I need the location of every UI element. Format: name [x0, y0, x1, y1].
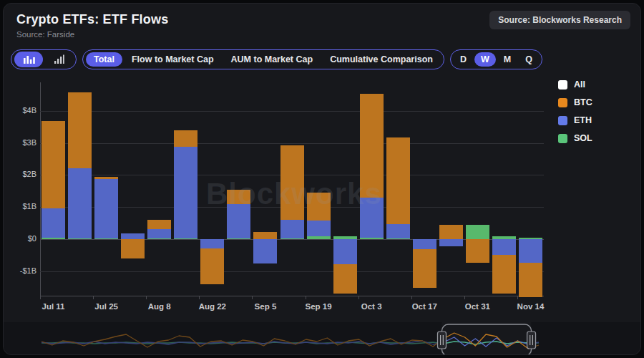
bar-segment-btc-aug-15	[174, 130, 197, 147]
bar-segment-eth-oct-3	[360, 198, 384, 238]
bar-segment-sol-oct-3	[360, 238, 384, 239]
bar-segment-eth-aug-8	[147, 229, 171, 238]
bar-segment-sol-jul-18	[68, 238, 92, 239]
x-axis-tick	[146, 296, 147, 299]
bar-segment-eth-aug-1	[121, 233, 145, 239]
bar-segment-eth-jul-18	[68, 168, 92, 238]
legend-item-all[interactable]: All	[558, 79, 592, 90]
x-axis-line	[40, 296, 544, 296]
bar-segment-eth-sep-5	[253, 239, 277, 263]
x-axis-label: Jul 11	[42, 302, 65, 311]
gridline-$4B	[40, 111, 544, 112]
legend-label-sol: SOL	[574, 133, 592, 143]
bar-segment-sol-sep-19	[307, 236, 331, 239]
bar-segment-btc-aug-1	[121, 239, 145, 258]
bar-segment-eth-oct-10	[386, 224, 410, 238]
bar-segment-btc-sep-12	[280, 145, 304, 219]
legend-swatch-eth	[558, 116, 567, 125]
bar-segment-sol-aug-8	[147, 238, 171, 239]
x-axis-tick	[358, 296, 359, 299]
y-axis-label: $3B	[4, 138, 36, 147]
x-axis-label: Jul 25	[94, 302, 118, 311]
y-axis-label: $1B	[4, 202, 36, 211]
bar-segment-btc-nov-7	[492, 255, 516, 294]
bar-segment-btc-oct-31	[466, 239, 489, 263]
x-axis-tick	[464, 296, 465, 299]
x-axis-label: Sep 5	[255, 302, 277, 311]
bar-segment-btc-jul-11	[42, 121, 65, 208]
x-axis-tick	[306, 296, 306, 299]
bar-segment-eth-aug-29	[227, 204, 250, 238]
bar-segment-eth-oct-17	[413, 239, 436, 249]
navigator-dim-left	[4, 322, 441, 355]
bar-segment-btc-sep-19	[307, 193, 331, 221]
y-axis-label: $2B	[4, 170, 36, 178]
x-axis-label: Oct 3	[361, 302, 382, 311]
legend-label-all: All	[574, 79, 585, 90]
x-axis-label: Sep 19	[306, 302, 332, 311]
bar-segment-eth-sep-19	[307, 221, 331, 236]
y-axis-line	[40, 82, 41, 296]
legend-item-eth[interactable]: ETH	[558, 115, 592, 125]
bar-segment-eth-sep-12	[280, 220, 304, 238]
bar-segment-btc-oct-3	[360, 94, 384, 198]
brush-window[interactable]	[441, 324, 531, 355]
gridline--$1B	[40, 271, 544, 272]
bar-segment-btc-aug-29	[227, 190, 250, 205]
x-axis-tick	[40, 296, 41, 299]
bar-segment-eth-nov-7	[492, 239, 516, 255]
bar-segment-eth-jul-25	[94, 179, 118, 238]
y-axis-label: $4B	[4, 106, 36, 115]
bar-segment-sol-aug-15	[174, 238, 197, 239]
legend-swatch-sol	[558, 134, 567, 143]
bar-segment-sol-sep-12	[280, 238, 304, 239]
legend-swatch-all	[558, 80, 567, 90]
main-chart: Blockworks $4B$3B$2B$1B$0-$1BJul 11Jul 2…	[4, 4, 555, 322]
bar-segment-btc-oct-24	[439, 225, 463, 239]
y-axis-label: -$1B	[4, 266, 36, 275]
brush-handle-left[interactable]	[437, 332, 446, 349]
y-axis-label: $0	[4, 234, 36, 243]
x-axis-label: Oct 31	[465, 302, 490, 311]
bar-segment-eth-jul-11	[42, 208, 65, 238]
bar-segment-sol-oct-10	[386, 238, 410, 239]
bar-segment-sol-jul-25	[94, 238, 118, 239]
legend: All BTC ETH SOL	[558, 79, 592, 143]
bar-segment-btc-sep-5	[253, 232, 277, 239]
bar-segment-sol-aug-29	[227, 238, 250, 239]
bar-segment-eth-nov-14	[519, 239, 542, 263]
x-axis-label: Aug 22	[199, 302, 226, 311]
chart-card: Crypto ETFs: ETF Flows Source: Farside S…	[3, 3, 641, 355]
bar-segment-eth-aug-22	[200, 239, 224, 248]
x-axis-tick	[199, 296, 200, 299]
x-axis-label: Nov 14	[517, 302, 545, 311]
bar-segment-btc-oct-17	[413, 249, 436, 288]
bar-segment-btc-sep-26	[333, 264, 357, 293]
bar-segment-sol-jul-11	[42, 238, 65, 239]
legend-item-sol[interactable]: SOL	[558, 133, 592, 143]
bar-segment-btc-aug-8	[147, 220, 171, 229]
legend-item-btc[interactable]: BTC	[558, 97, 592, 107]
bar-segment-btc-nov-14	[519, 263, 542, 297]
legend-label-btc: BTC	[574, 97, 592, 107]
bar-segment-btc-aug-22	[200, 248, 224, 284]
legend-label-eth: ETH	[574, 115, 592, 125]
bar-segment-eth-sep-26	[333, 239, 357, 264]
bar-segment-eth-oct-24	[439, 239, 463, 246]
x-axis-label: Oct 17	[412, 302, 437, 311]
bar-segment-sol-oct-31	[466, 225, 489, 239]
gridline-$3B	[40, 143, 544, 144]
x-axis-tick	[93, 296, 94, 299]
x-axis-label: Aug 8	[148, 302, 171, 311]
x-axis-tick	[517, 296, 518, 299]
bar-segment-btc-jul-25	[94, 177, 118, 180]
brush-handle-right[interactable]	[527, 332, 536, 349]
navigator	[4, 321, 641, 355]
bar-segment-btc-oct-10	[386, 137, 410, 224]
legend-swatch-btc	[558, 98, 567, 107]
bar-segment-eth-aug-15	[174, 147, 197, 238]
x-axis-tick	[252, 296, 253, 299]
bar-segment-btc-jul-18	[68, 92, 92, 169]
x-axis-tick	[411, 296, 412, 299]
navigator-dim-right	[532, 322, 641, 355]
